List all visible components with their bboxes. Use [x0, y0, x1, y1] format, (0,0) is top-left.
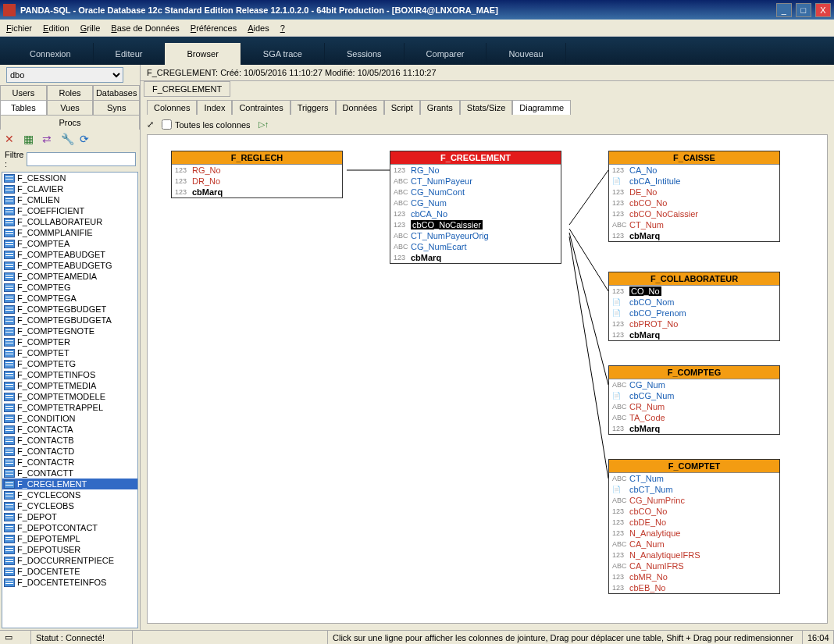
table-item[interactable]: F_COEFFICIENT [2, 205, 137, 216]
table-item[interactable]: F_COMPTER [2, 336, 137, 347]
detail-tab-triggers[interactable]: Triggers [290, 100, 336, 115]
table-item[interactable]: F_COMPTEABUDGET [2, 249, 137, 260]
column-row[interactable]: ABCCG_NumEcart [390, 241, 561, 252]
detail-tab-index[interactable]: Index [197, 100, 232, 115]
tab-browser[interactable]: Browser [165, 43, 241, 65]
table-item[interactable]: F_COMPTEG [2, 282, 137, 293]
table-item[interactable]: F_CREGLEMENT [2, 479, 137, 489]
column-row[interactable]: ABCTA_Code [609, 412, 779, 423]
tab-connexion[interactable]: Connexion [8, 43, 94, 65]
column-row[interactable]: ABCCA_NumIFRS [609, 560, 779, 571]
column-row[interactable]: ABCCG_NumCont [390, 187, 561, 197]
column-row[interactable]: 123RG_No [172, 165, 342, 176]
all-columns-checkbox[interactable] [162, 119, 172, 130]
table-list[interactable]: F_CESSIONF_CLAVIERF_CMLIENF_COEFFICIENTF… [2, 172, 138, 628]
lefttab-roles[interactable]: Roles [47, 85, 94, 100]
column-row[interactable]: 123CO_No [609, 286, 779, 297]
lefttab-users[interactable]: Users [0, 85, 47, 100]
table-item[interactable]: F_CONDITION [2, 413, 137, 424]
table-item[interactable]: F_CONTACTR [2, 457, 137, 468]
tab-sessions[interactable]: Sessions [325, 43, 405, 65]
table-item[interactable]: F_COMPTETRAPPEL [2, 402, 137, 413]
link-icon[interactable]: ⇄ [42, 133, 55, 145]
column-row[interactable]: 123N_Analytique [609, 528, 779, 539]
column-row[interactable]: 123cbCO_NoCaissier [390, 219, 561, 230]
table-item[interactable]: F_COMPTEGA [2, 293, 137, 304]
lefttab-databases[interactable]: Databases [93, 85, 140, 100]
column-row[interactable]: 123CA_No [609, 165, 779, 176]
table-item[interactable]: F_COMPTETINFOS [2, 369, 137, 380]
diagram-table[interactable]: F_CAISSE123CA_No📄cbCA_Intitule123DE_No12… [608, 151, 780, 242]
detail-tab-données[interactable]: Données [336, 100, 384, 115]
column-row[interactable]: 123RG_No [390, 165, 561, 176]
table-item[interactable]: F_CLAVIER [2, 183, 137, 194]
column-row[interactable]: ABCCG_NumPrinc [609, 495, 779, 506]
menu-?[interactable]: ? [280, 23, 285, 33]
menu-edition[interactable]: Edition [43, 23, 70, 33]
table-item[interactable]: F_COMPTETMEDIA [2, 380, 137, 391]
column-row[interactable]: 123cbMarq [609, 329, 779, 340]
table-item[interactable]: F_COMMPLANIFIE [2, 227, 137, 238]
refresh-icon[interactable]: ⟳ [80, 133, 92, 145]
table-item[interactable]: F_DEPOT [2, 511, 137, 522]
table-item[interactable]: F_DEPOTUSER [2, 544, 137, 555]
column-row[interactable]: 123cbPROT_No [609, 318, 779, 329]
lefttab-tables[interactable]: Tables [0, 100, 47, 115]
column-row[interactable]: 123cbEB_No [609, 582, 779, 593]
column-row[interactable]: ABCCT_Num [609, 219, 779, 230]
column-row[interactable]: 📄cbCT_Num [609, 484, 779, 495]
expand-icon[interactable]: ⤢ [147, 119, 154, 130]
table-item[interactable]: F_CESSION [2, 173, 137, 183]
diagram-table[interactable]: F_COLLABORATEUR123CO_No📄cbCO_Nom📄cbCO_Pr… [608, 272, 780, 341]
close-button[interactable]: X [815, 3, 831, 17]
table-item[interactable]: F_COMPTETG [2, 358, 137, 369]
diagram-table[interactable]: F_COMPTETABCCT_Num📄cbCT_NumABCCG_NumPrin… [608, 459, 780, 594]
menu-fichier[interactable]: Fichier [6, 23, 32, 33]
tab-nouveau[interactable]: Nouveau [486, 43, 565, 65]
column-row[interactable]: ABCCT_NumPayeur [390, 176, 561, 187]
lefttab-vues[interactable]: Vues [47, 100, 94, 115]
minimize-button[interactable]: _ [776, 3, 792, 17]
table-item[interactable]: F_DOCCURRENTPIECE [2, 555, 137, 566]
tools-icon[interactable]: 🔧 [61, 133, 73, 145]
column-row[interactable]: ABCCA_Num [609, 539, 779, 550]
column-row[interactable]: 123cbMarq [172, 187, 342, 197]
column-row[interactable]: 123N_AnalytiqueIFRS [609, 550, 779, 560]
file-tab[interactable]: F_CREGLEMENT [144, 81, 230, 97]
maximize-button[interactable]: □ [796, 3, 811, 17]
table-item[interactable]: F_DOCENTETE [2, 566, 137, 577]
detail-tab-colonnes[interactable]: Colonnes [147, 100, 197, 115]
table-item[interactable]: F_COMPTEGBUDGET [2, 304, 137, 315]
column-row[interactable]: 123cbCO_No [609, 506, 779, 517]
table-item[interactable]: F_COMPTEAMEDIA [2, 271, 137, 282]
column-row[interactable]: 123cbCA_No [390, 208, 561, 219]
detail-tab-script[interactable]: Script [384, 100, 420, 115]
table-item[interactable]: F_COMPTETMODELE [2, 391, 137, 402]
table-item[interactable]: F_CONTACTB [2, 435, 137, 446]
calculator-icon[interactable]: ▦ [23, 133, 36, 145]
column-row[interactable]: ABCCG_Num [609, 379, 779, 390]
tab-sga trace[interactable]: SGA trace [241, 43, 325, 65]
delete-icon[interactable]: ✕ [5, 133, 17, 145]
table-item[interactable]: F_DEPOTEMPL [2, 533, 137, 544]
detail-tab-diagramme[interactable]: Diagramme [512, 100, 571, 115]
column-row[interactable]: 123cbMarq [609, 423, 779, 434]
column-row[interactable]: 123cbCO_NoCaissier [609, 208, 779, 219]
detail-tab-stats/size[interactable]: Stats/Size [460, 100, 513, 115]
table-item[interactable]: F_CONTACTT [2, 468, 137, 479]
lefttab-procs[interactable]: Procs [0, 115, 140, 130]
lefttab-syns[interactable]: Syns [93, 100, 140, 115]
tab-comparer[interactable]: Comparer [405, 43, 487, 65]
diagram-table[interactable]: F_CREGLEMENT123RG_NoABCCT_NumPayeurABCCG… [390, 151, 561, 264]
diagram-area[interactable]: F_REGLECH123RG_No123DR_No123cbMarqF_CREG… [147, 134, 828, 624]
table-item[interactable]: F_CONTACTD [2, 446, 137, 457]
tab-editeur[interactable]: Editeur [94, 43, 166, 65]
detail-tab-contraintes[interactable]: Contraintes [232, 100, 290, 115]
detail-tab-grants[interactable]: Grants [420, 100, 460, 115]
column-row[interactable]: ABCCG_Num [390, 197, 561, 208]
table-item[interactable]: F_COLLABORATEUR [2, 216, 137, 227]
table-item[interactable]: F_DEPOTCONTACT [2, 522, 137, 533]
column-row[interactable]: ABCCT_NumPayeurOrig [390, 230, 561, 241]
menu-grille[interactable]: Grille [80, 23, 101, 33]
table-item[interactable]: F_COMPTEABUDGETG [2, 260, 137, 271]
